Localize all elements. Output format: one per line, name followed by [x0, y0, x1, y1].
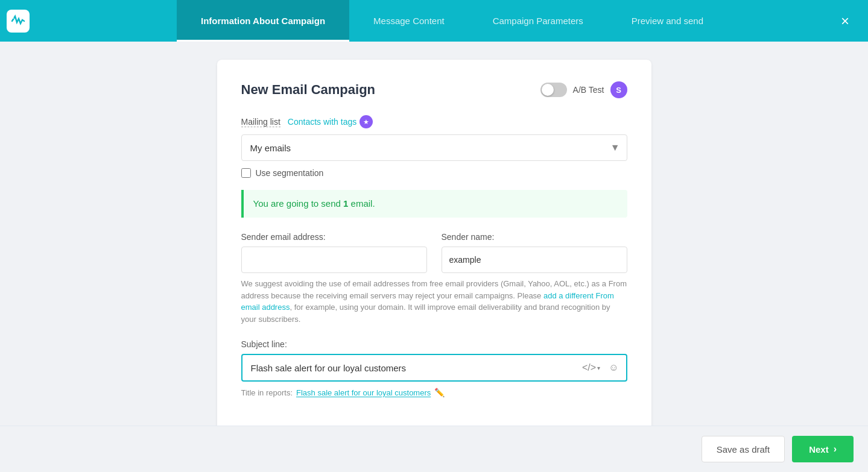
code-icon: </> [582, 362, 596, 373]
contacts-tags-link[interactable]: Contacts with tags ★ [288, 115, 373, 128]
ab-test-badge: S [610, 81, 627, 98]
sender-row: Sender email address: Sender name: [241, 232, 627, 273]
header: ⋮⋮ Information About Campaign Message Co… [0, 0, 868, 42]
segmentation-label[interactable]: Use segmentation [256, 168, 324, 178]
main-content: New Email Campaign A/B Test S Mailing li… [0, 42, 868, 472]
variable-insert-button[interactable]: </> ▾ [580, 361, 603, 374]
star-badge-icon: ★ [360, 115, 373, 128]
ab-test-area: A/B Test S [540, 81, 627, 98]
header-nav: Information About Campaign Message Conte… [36, 0, 868, 42]
warning-text: We suggest avoiding the use of email add… [241, 278, 627, 325]
sender-name-group: Sender name: [442, 232, 627, 273]
segmentation-row: Use segmentation [241, 168, 627, 178]
mailing-list-select-wrapper: My emails ▼ [241, 134, 627, 161]
card-header: New Email Campaign A/B Test S [241, 81, 627, 98]
next-button[interactable]: Next › [792, 436, 854, 462]
info-banner-text: You are going to send 1 email. [253, 198, 375, 209]
footer: Save as draft Next › [0, 426, 868, 472]
emoji-icon: ☺ [609, 362, 618, 373]
tab-message-content[interactable]: Message Content [349, 0, 469, 42]
tab-campaign-parameters[interactable]: Campaign Parameters [469, 0, 607, 42]
mailing-list-row: Mailing list Contacts with tags ★ [241, 115, 627, 128]
emoji-button[interactable]: ☺ [606, 361, 621, 374]
sender-name-input[interactable] [442, 247, 627, 273]
title-reports-row: Title in reports: Flash sale alert for o… [241, 388, 627, 397]
tab-preview-send[interactable]: Preview and send [607, 0, 727, 42]
sender-email-select-wrapper [241, 247, 427, 273]
subject-icons: </> ▾ ☺ [580, 361, 621, 374]
caret-down-icon: ▾ [597, 365, 600, 371]
mailing-list-label: Mailing list [241, 117, 280, 127]
segmentation-checkbox[interactable] [241, 168, 251, 178]
ab-test-label: A/B Test [573, 85, 604, 95]
sender-name-label: Sender name: [442, 232, 627, 242]
sender-email-group: Sender email address: [241, 232, 427, 273]
sender-email-select[interactable] [241, 247, 427, 273]
close-button[interactable]: × [834, 10, 856, 32]
sender-email-label: Sender email address: [241, 232, 427, 242]
edit-icon[interactable]: ✏️ [434, 388, 445, 397]
menu-dots-icon[interactable]: ⋮⋮ [8, 15, 28, 27]
title-reports-link[interactable]: Flash sale alert for our loyal customers [296, 388, 431, 397]
campaign-card: New Email Campaign A/B Test S Mailing li… [217, 60, 651, 454]
subject-label: Subject line: [241, 339, 627, 349]
tab-information[interactable]: Information About Campaign [177, 0, 349, 42]
info-banner: You are going to send 1 email. [241, 190, 627, 218]
ab-test-toggle[interactable] [540, 83, 567, 97]
save-draft-button[interactable]: Save as draft [702, 436, 785, 462]
subject-input[interactable] [241, 354, 627, 382]
subject-input-wrapper: </> ▾ ☺ [241, 354, 627, 382]
campaign-title: New Email Campaign [241, 82, 376, 98]
arrow-right-icon: › [834, 444, 837, 455]
mailing-list-select[interactable]: My emails [241, 134, 627, 161]
